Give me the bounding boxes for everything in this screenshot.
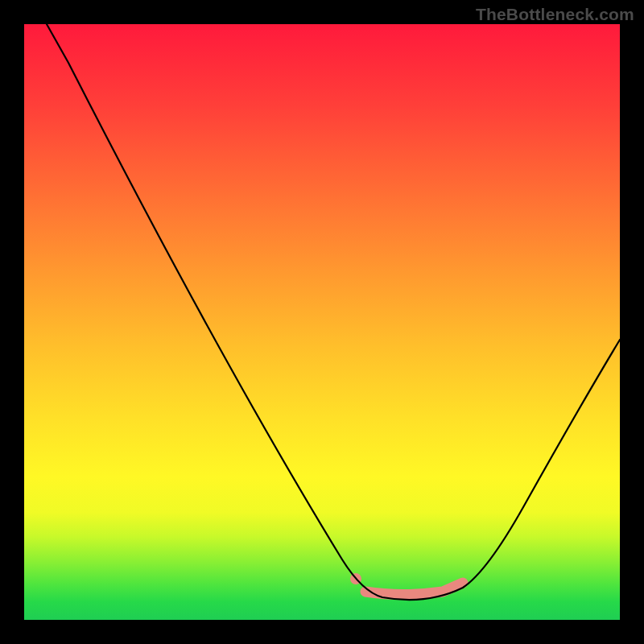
watermark-text: TheBottleneck.com	[476, 5, 634, 24]
curve-svg	[24, 24, 620, 620]
plot-area	[24, 24, 620, 620]
bottleneck-curve	[47, 24, 620, 600]
chart-frame: TheBottleneck.com	[0, 0, 644, 644]
